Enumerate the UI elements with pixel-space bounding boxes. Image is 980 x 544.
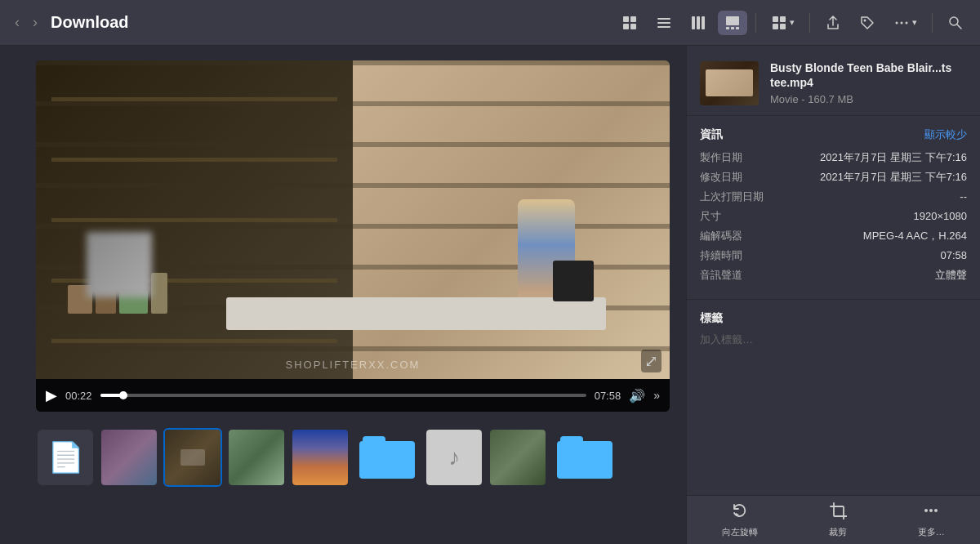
thumbnail-4[interactable] (291, 428, 350, 487)
crop-button[interactable]: 裁剪 (816, 497, 860, 543)
blurred-person (87, 232, 152, 297)
forward-button[interactable]: › (28, 11, 42, 34)
dimensions-row: 尺寸 1920×1080 (700, 209, 967, 224)
back-button[interactable]: ‹ (10, 11, 24, 34)
svg-point-30 (929, 509, 933, 512)
info-section-title: 資訊 (700, 127, 723, 142)
audio-label: 音訊聲道 (700, 268, 742, 283)
svg-rect-0 (623, 16, 629, 22)
rotate-left-svg (731, 502, 749, 519)
folder-icon-2 (554, 430, 616, 485)
thumbnail-folder-1[interactable] (354, 428, 420, 487)
svg-rect-11 (726, 27, 729, 29)
file-thumb-preview (700, 61, 759, 105)
duration: 07:58 (595, 390, 621, 402)
ellipsis-icon (893, 15, 910, 31)
progress-bar[interactable] (100, 394, 586, 397)
group-icon (771, 15, 787, 31)
svg-rect-3 (630, 24, 636, 29)
duration-value: 07:58 (940, 249, 967, 261)
thumbnail-1[interactable] (100, 428, 158, 487)
rotate-left-button[interactable]: 向左旋轉 (709, 497, 771, 543)
video-frame: SHOPLIFTERXX.COM ⤢ (36, 60, 670, 379)
svg-point-21 (906, 21, 908, 24)
view-gallery-button[interactable] (718, 11, 747, 35)
toolbar: ‹ › Download (0, 0, 980, 46)
view-group-button[interactable]: ▾ (764, 11, 801, 35)
svg-rect-5 (657, 22, 670, 24)
svg-rect-12 (731, 27, 734, 29)
search-icon (947, 15, 964, 31)
svg-point-18 (864, 19, 866, 21)
right-panel-spacer (687, 359, 980, 495)
view-grid-button[interactable] (615, 11, 644, 35)
opened-row: 上次打開日期 -- (700, 190, 967, 204)
duration-row: 持續時間 07:58 (700, 248, 967, 263)
search-button[interactable] (941, 11, 970, 35)
gallery-icon (724, 15, 741, 31)
svg-rect-10 (726, 16, 739, 25)
svg-point-19 (896, 21, 898, 24)
more-actions-svg (922, 502, 940, 519)
svg-rect-17 (780, 24, 786, 29)
thumbnail-music[interactable]: ♪ (425, 428, 483, 487)
svg-rect-24 (834, 506, 844, 516)
info-toggle-link[interactable]: 顯示較少 (924, 127, 967, 142)
svg-rect-9 (702, 16, 705, 29)
thumbnail-blank[interactable]: 📄 (36, 428, 95, 487)
share-button[interactable] (818, 11, 848, 35)
thumbnail-2-selected[interactable] (163, 428, 222, 487)
svg-rect-15 (780, 16, 786, 22)
view-columns-button[interactable] (684, 11, 713, 35)
svg-rect-6 (657, 26, 670, 28)
svg-rect-13 (736, 27, 739, 29)
thumbnail-3[interactable] (227, 428, 286, 487)
svg-rect-2 (623, 24, 629, 29)
tag-button[interactable] (853, 11, 882, 35)
music-note-icon: ♪ (448, 444, 460, 470)
audio-row: 音訊聲道 立體聲 (700, 268, 967, 283)
skip-forward-icon[interactable]: » (653, 389, 660, 402)
video-player[interactable]: SHOPLIFTERXX.COM ⤢ ▶ 00:22 07:58 🔊 » (36, 60, 670, 412)
info-section: 資訊 顯示較少 製作日期 2021年7月7日 星期三 下午7:16 修改日期 2… (687, 116, 980, 300)
audio-value: 立體聲 (935, 268, 967, 283)
svg-rect-8 (697, 16, 700, 29)
fullscreen-button[interactable]: ⤢ (641, 350, 662, 372)
svg-point-29 (924, 509, 928, 512)
codec-label: 編解碼器 (700, 229, 742, 243)
main-content: SHOPLIFTERXX.COM ⤢ ▶ 00:22 07:58 🔊 » (0, 46, 980, 544)
tags-input-placeholder[interactable]: 加入標籤… (700, 332, 967, 347)
svg-rect-1 (630, 16, 636, 22)
codec-value: MPEG-4 AAC，H.264 (863, 229, 967, 243)
more-actions-button[interactable]: 更多… (905, 497, 958, 543)
playback-controls: ▶ 00:22 07:58 🔊 » (36, 379, 670, 412)
group-chevron: ▾ (790, 17, 795, 28)
opened-value: -- (960, 190, 967, 203)
thumbnail-folder-2[interactable] (552, 428, 617, 487)
thumbnail-5[interactable] (488, 428, 547, 487)
dimensions-label: 尺寸 (700, 209, 721, 224)
info-section-header: 資訊 顯示較少 (700, 127, 967, 142)
svg-rect-14 (773, 16, 778, 22)
modified-label: 修改日期 (700, 170, 742, 185)
watermark: SHOPLIFTERXX.COM (286, 359, 421, 371)
file-info-header: Busty Blonde Teen Babe Blair...ts tee.mp… (770, 60, 967, 105)
more-actions-label: 更多… (918, 526, 945, 538)
thumbnails-row: 📄 (0, 420, 686, 495)
svg-rect-16 (773, 24, 778, 29)
more-actions-icon (922, 502, 940, 524)
file-name: Busty Blonde Teen Babe Blair...ts tee.mp… (770, 60, 967, 90)
crop-label: 裁剪 (829, 526, 847, 538)
columns-icon (690, 15, 706, 31)
rotate-left-label: 向左旋轉 (722, 526, 758, 538)
file-size: 160.7 MB (808, 93, 853, 105)
volume-icon[interactable]: 🔊 (629, 388, 645, 404)
progress-thumb (119, 391, 127, 399)
separator3 (932, 13, 933, 33)
svg-point-20 (901, 21, 903, 24)
view-list-button[interactable] (649, 11, 679, 35)
file-meta: Movie - 160.7 MB (770, 93, 967, 105)
play-button[interactable]: ▶ (46, 386, 57, 404)
more-options-button[interactable]: ▾ (887, 11, 924, 35)
share-icon (825, 15, 841, 31)
